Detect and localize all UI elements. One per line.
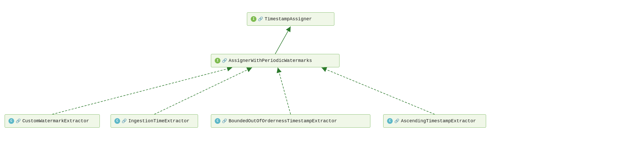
label-ascending-timestamp: AscendingTimestampExtractor [401,118,476,124]
link-icon-timestamp: 🔗 [258,16,263,22]
badge-interface-timestamp: I [251,16,256,22]
node-assigner-periodic: I 🔗 AssignerWithPeriodicWatermarks [211,54,339,67]
node-bounded-out-of-orderness: C 🔗 BoundedOutOfOrdernessTimestampExtrac… [211,114,370,128]
link-icon-custom: 🔗 [16,118,21,124]
label-custom-watermark: CustomWatermarkExtractor [22,118,89,124]
link-icon-bounded: 🔗 [222,118,227,124]
label-bounded-out-of-orderness: BoundedOutOfOrdernessTimestampExtractor [229,118,337,124]
node-ascending-timestamp: C 🔗 AscendingTimestampExtractor [383,114,486,128]
link-icon-ascending: 🔗 [394,118,399,124]
link-icon-ingestion: 🔗 [122,118,127,124]
arrow-assigner-to-timestamp [275,26,291,54]
node-custom-watermark: C 🔗 CustomWatermarkExtractor [5,114,100,128]
arrow-bounded-to-assigner [278,68,291,114]
diagram-container: I 🔗 TimestampAssigner I 🔗 AssignerWithPe… [0,0,644,168]
badge-class-ingestion: C [114,118,120,124]
badge-class-ascending: C [387,118,393,124]
badge-interface-assigner: I [215,58,220,63]
badge-class-custom: C [8,118,14,124]
arrow-ascending-to-assigner [321,68,435,114]
label-timestamp-assigner: TimestampAssigner [265,16,312,22]
arrow-custom-to-assigner [52,68,232,114]
link-icon-assigner: 🔗 [222,58,227,63]
badge-class-bounded: C [215,118,220,124]
label-ingestion-time: IngestionTimeExtractor [128,118,190,124]
node-timestamp-assigner: I 🔗 TimestampAssigner [247,12,334,26]
node-ingestion-time: C 🔗 IngestionTimeExtractor [111,114,198,128]
arrow-ingestion-to-assigner [154,68,252,114]
label-assigner-periodic: AssignerWithPeriodicWatermarks [229,58,312,63]
